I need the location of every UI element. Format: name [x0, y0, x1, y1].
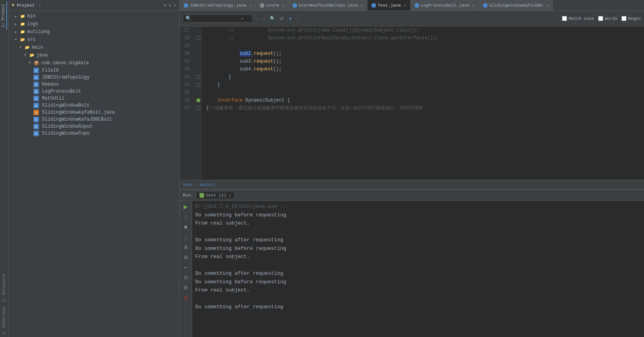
tree-item-src[interactable]: ▼ 📂 src — [9, 36, 179, 44]
tree-item-kmeans[interactable]: C Kmeans — [9, 81, 179, 88]
tree-item-main[interactable]: ▼ 📂 main — [9, 44, 179, 51]
stop-btn[interactable]: ■ — [182, 223, 190, 231]
run-tab[interactable]: test (1) ✕ — [196, 192, 234, 198]
tree-label-package: com.imooc.bigdata — [41, 60, 89, 66]
scroll-up-btn[interactable]: ↑ — [182, 212, 190, 221]
sidebar-tab-favorites[interactable]: 2: Favorites — [2, 304, 6, 337]
wrap-btn[interactable]: ⊞ — [182, 253, 190, 262]
project-folder-icon: ▼ — [12, 3, 14, 8]
tree-item-swbolt[interactable]: C SlidingWindowBolt — [9, 102, 179, 109]
gear2-btn[interactable]: ⚙ — [182, 283, 190, 292]
words-checkbox[interactable] — [598, 16, 603, 21]
tree-item-package[interactable]: ▼ 📦 com.imooc.bigdata — [9, 59, 179, 67]
regex-option[interactable]: Regex — [621, 16, 641, 21]
search-input-wrap: 🔍 ▾ — [183, 14, 253, 23]
tab-close-jdbc[interactable]: ✕ — [249, 3, 252, 8]
tab-close-test[interactable]: ✕ — [404, 3, 406, 8]
tab-stormkafka[interactable]: StormKafkaJDBCTopo.java ✕ — [289, 0, 368, 11]
line-numbers: 27 28 29 30 31 32 33 34 35 36 37 — [180, 26, 195, 180]
tab-label-stormkafka: StormKafkaJDBCTopo.java — [299, 3, 358, 8]
rerun-btn[interactable]: ↩ — [182, 263, 190, 272]
tab-close-storm[interactable]: ✕ — [282, 3, 284, 8]
folder-icon: 📂 — [29, 52, 35, 58]
tree-item-swkafajdbc[interactable]: C SlidingWindowKafaJDBCBolt — [9, 116, 179, 123]
tree-item-bin[interactable]: ▶ 📁 bin — [9, 12, 179, 20]
tree-label-logprocess: LogProcessBolt — [42, 89, 81, 94]
tree-label-swsoput: SlidingWindowSoput — [42, 124, 93, 129]
tab-label-storm: storm — [266, 3, 279, 8]
gear-icon[interactable]: ≡ — [173, 3, 176, 8]
run-tab-icon — [200, 193, 204, 198]
regex-checkbox[interactable] — [621, 16, 626, 21]
editor-split: JDBCStromTopology.java ✕ storm ✕ StormKa… — [180, 0, 644, 337]
run-tab-label: test (1) — [206, 193, 226, 198]
match-case-checkbox[interactable] — [562, 16, 567, 21]
search-replace-btn[interactable]: ⇄ — [279, 16, 285, 21]
breadcrumb-separator: › — [195, 183, 198, 187]
close-x-btn[interactable]: ✕ — [182, 293, 190, 302]
breadcrumb-test[interactable]: test — [183, 183, 193, 187]
console-line-3 — [195, 228, 641, 236]
project-header: ▼ Project ▾ ⚙ ⇅ ≡ — [9, 0, 179, 11]
tab-icon-active — [371, 3, 376, 8]
breadcrumb-main[interactable]: main() — [200, 183, 216, 187]
tab-test[interactable]: Test.java ✕ — [368, 0, 410, 11]
project-tree: ▶ 📁 bin ▶ 📁 logs ▶ 📁 mutilang ▼ 📂 src — [9, 11, 179, 337]
search-next-btn[interactable]: ↓ — [262, 16, 267, 21]
search-input[interactable] — [193, 16, 240, 21]
sidebar-tab-project[interactable]: 1: Project — [1, 2, 7, 30]
folder-icon: 📁 — [19, 13, 26, 19]
tree-item-swtopo[interactable]: C SlidingWindowTopo — [9, 130, 179, 137]
tree-item-jdbc[interactable]: C JDBCStromTopology — [9, 74, 179, 81]
scroll-down-btn[interactable]: ↓ — [182, 233, 190, 241]
tree-item-mathutil[interactable]: C MathUtil — [9, 95, 179, 102]
project-title: Project — [17, 3, 35, 8]
tree-item-swsoput[interactable]: C SlidingWindowSoput — [9, 123, 179, 130]
tab-label-test: Test.java — [378, 3, 401, 8]
tree-item-swkafabolt-file[interactable]: J SlidingWindowkafaBolt.java — [9, 109, 179, 116]
java-class-icon: C — [33, 131, 39, 136]
tree-item-fileio[interactable]: C FileIO — [9, 67, 179, 74]
tab-sliding[interactable]: SlidingWindowKafaJDBC ✕ — [479, 0, 553, 11]
run-btn[interactable]: ▶ — [182, 202, 190, 211]
pause-btn[interactable]: ⏸ — [182, 243, 190, 251]
gutter — [195, 26, 201, 180]
tab-icon — [260, 3, 264, 8]
search-options-btn[interactable]: ▼ — [287, 16, 294, 21]
breakpoint-36 — [196, 98, 200, 102]
code-scroll[interactable]: 27 28 29 30 31 32 33 34 35 36 37 — [180, 26, 644, 180]
code-content: // System.out.println(new Class[]{Dynami… — [201, 26, 644, 180]
tab-logprocess[interactable]: LogProcessBolt.java ✕ — [411, 0, 479, 11]
sort-icon[interactable]: ⇅ — [169, 3, 172, 8]
search-find-btn[interactable]: 🔍 — [269, 16, 276, 21]
tab-close-logprocess[interactable]: ✕ — [472, 3, 475, 8]
tree-item-mutilang[interactable]: ▶ 📁 mutilang — [9, 28, 179, 36]
console-line-7 — [195, 261, 641, 270]
tree-item-java[interactable]: ▼ 📂 java — [9, 51, 179, 59]
project-dropdown-icon[interactable]: ▾ — [38, 3, 41, 8]
tab-icon — [184, 3, 188, 8]
tree-item-logprocess[interactable]: C LogProcessBolt — [9, 88, 179, 95]
settings-icon[interactable]: ⚙ — [164, 3, 166, 8]
tree-label-swkafajdbc: SlidingWindowKafaJDBCBolt — [42, 117, 112, 122]
breadcrumb-bar: test › main() — [180, 180, 644, 189]
tree-item-logs[interactable]: ▶ 📁 logs — [9, 20, 179, 28]
regex-label: Regex — [628, 16, 641, 21]
search-prev-btn[interactable]: ↑ — [255, 16, 260, 21]
tab-storm[interactable]: storm ✕ — [256, 0, 289, 11]
match-case-option[interactable]: Match Case — [562, 16, 594, 21]
tab-jdbcstrom[interactable]: JDBCStromTopology.java ✕ — [180, 0, 256, 11]
tree-label-logs: logs — [27, 21, 38, 27]
bookmark-34 — [196, 83, 200, 87]
tab-close-stormkafka[interactable]: ✕ — [361, 3, 363, 8]
expand-arrow: ▶ — [15, 14, 19, 19]
words-option[interactable]: Words — [598, 16, 618, 21]
search-dropdown-icon[interactable]: ▾ — [241, 16, 243, 21]
run-tab-close[interactable]: ✕ — [229, 193, 231, 198]
pin-btn[interactable]: ⊟ — [182, 273, 190, 282]
expand-arrow: ▼ — [29, 61, 33, 65]
tab-close-sliding[interactable]: ✕ — [546, 3, 549, 8]
code-editor[interactable]: 27 28 29 30 31 32 33 34 35 36 37 — [180, 26, 644, 180]
console-line-5: Do something before requesting — [195, 244, 641, 253]
sidebar-tab-structure[interactable]: 2: Structure — [2, 272, 6, 304]
